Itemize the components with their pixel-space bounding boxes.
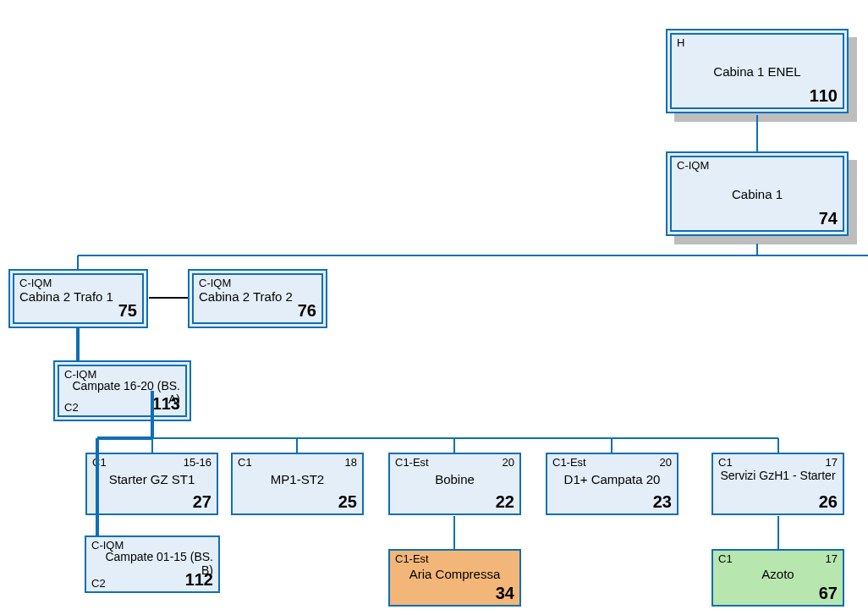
node-tag: C-IQM — [677, 159, 838, 172]
node-id: 112 — [185, 570, 213, 590]
node-id: 22 — [496, 492, 514, 512]
node-tag: C-IQM — [199, 277, 316, 289]
node-right: 17 — [826, 456, 838, 469]
node-tag: C1 — [238, 456, 357, 469]
node-title: Bobine — [395, 472, 514, 486]
node-tag: C1-Est — [395, 456, 514, 469]
node-right: 20 — [660, 456, 672, 469]
node-right: 18 — [345, 456, 357, 469]
node-d1-campata20[interactable]: C1-Est 20 D1+ Campata 20 23 — [546, 453, 678, 515]
node-title: Servizi GzH1 - Starter — [718, 469, 838, 482]
node-title: Aria Compressa — [395, 567, 514, 581]
node-aria-compressa[interactable]: C1-Est Aria Compressa 34 — [388, 549, 521, 607]
node-tag: C1-Est — [395, 552, 514, 565]
node-tag: C-IQM — [19, 277, 137, 289]
node-cabina1[interactable]: C-IQM Cabina 1 74 — [666, 151, 849, 236]
node-id: 76 — [298, 301, 316, 321]
node-id: 34 — [496, 584, 514, 603]
node-corner: C2 — [91, 577, 106, 590]
node-title: Azoto — [718, 567, 838, 581]
node-id: 26 — [819, 492, 838, 512]
node-id: 67 — [819, 584, 838, 603]
node-right: 17 — [826, 552, 838, 565]
node-title: D1+ Campata 20 — [552, 472, 672, 486]
node-tag: C1-Est — [552, 456, 672, 469]
node-right: 20 — [503, 456, 514, 469]
node-bobine[interactable]: C1-Est 20 Bobine 22 — [388, 453, 521, 515]
node-id: 23 — [653, 492, 672, 512]
node-azoto[interactable]: C1 17 Azoto 67 — [711, 549, 844, 607]
node-cabina2-trafo2[interactable]: C-IQM Cabina 2 Trafo 2 76 — [188, 269, 327, 328]
node-tag: C1 — [718, 552, 838, 565]
node-id: 75 — [118, 301, 137, 321]
node-cabina1-enel[interactable]: H Cabina 1 ENEL 110 — [666, 29, 849, 113]
node-id: 110 — [810, 86, 838, 106]
node-corner: C2 — [64, 401, 79, 414]
node-id: 74 — [819, 209, 838, 228]
node-mp1-st2[interactable]: C1 18 MP1-ST2 25 — [231, 453, 364, 515]
node-campate-16-20[interactable]: C-IQM Campate 16-20 (BS. A) C2 113 — [53, 360, 191, 421]
node-id: 113 — [152, 394, 180, 414]
node-title: Starter GZ ST1 — [92, 472, 212, 486]
node-id: 27 — [193, 492, 212, 512]
node-starter-gz-st1[interactable]: C1 15-16 Starter GZ ST1 27 — [85, 453, 218, 515]
node-tag: C1 — [718, 456, 838, 469]
node-title: MP1-ST2 — [238, 472, 357, 486]
node-right: 15-16 — [184, 456, 212, 469]
node-tag: H — [677, 36, 838, 49]
node-title: Cabina 1 — [677, 187, 838, 201]
node-title: Cabina 1 ENEL — [677, 64, 838, 79]
node-campate-01-15[interactable]: C-IQM Campate 01-15 (BS. B) C2 112 — [85, 535, 220, 593]
node-cabina2-trafo1[interactable]: C-IQM Cabina 2 Trafo 1 75 — [8, 269, 148, 328]
node-servizi-gzh1-starter[interactable]: C1 17 Servizi GzH1 - Starter 26 — [711, 453, 844, 515]
node-id: 25 — [338, 492, 357, 512]
